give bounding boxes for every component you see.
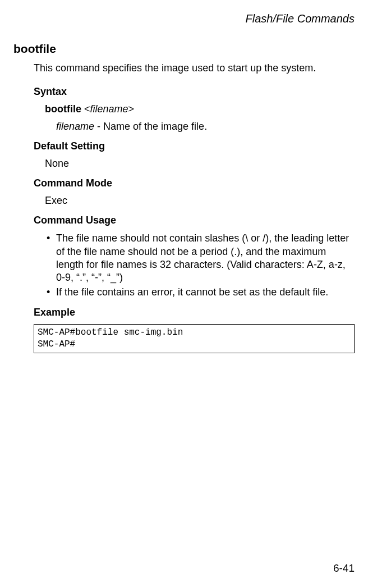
default-setting-value: None — [45, 158, 355, 170]
syntax-param-open: < — [81, 103, 90, 115]
example-label: Example — [34, 307, 355, 318]
list-item: • The file name should not contain slash… — [45, 232, 355, 285]
param-desc-name: filename — [56, 121, 94, 132]
bullet-icon: • — [45, 232, 56, 285]
bullet-icon: • — [45, 286, 56, 299]
syntax-param-name: filename — [90, 103, 128, 115]
command-usage-label: Command Usage — [34, 215, 355, 226]
page-header: Flash/File Commands — [13, 12, 355, 25]
command-description: This command specifies the image used to… — [34, 61, 355, 75]
bullet-text: The file name should not contain slashes… — [56, 232, 355, 285]
syntax-command: bootfile — [45, 103, 81, 115]
bullet-text: If the file contains an error, it cannot… — [56, 286, 355, 299]
param-desc-text: - Name of the image file. — [94, 121, 207, 132]
command-usage-list: • The file name should not contain slash… — [45, 232, 355, 299]
example-box: SMC-AP#bootfile smc-img.bin SMC-AP# — [34, 324, 355, 353]
syntax-label: Syntax — [34, 86, 355, 98]
command-mode-label: Command Mode — [34, 177, 355, 189]
list-item: • If the file contains an error, it cann… — [45, 286, 355, 299]
command-mode-value: Exec — [45, 195, 355, 207]
syntax-param-close: > — [128, 103, 135, 115]
page-number: 6-41 — [333, 562, 355, 575]
param-description: filename - Name of the image file. — [56, 121, 355, 133]
syntax-line: bootfile <filename> — [45, 103, 355, 115]
default-setting-label: Default Setting — [34, 140, 355, 152]
command-title: bootfile — [13, 42, 355, 56]
